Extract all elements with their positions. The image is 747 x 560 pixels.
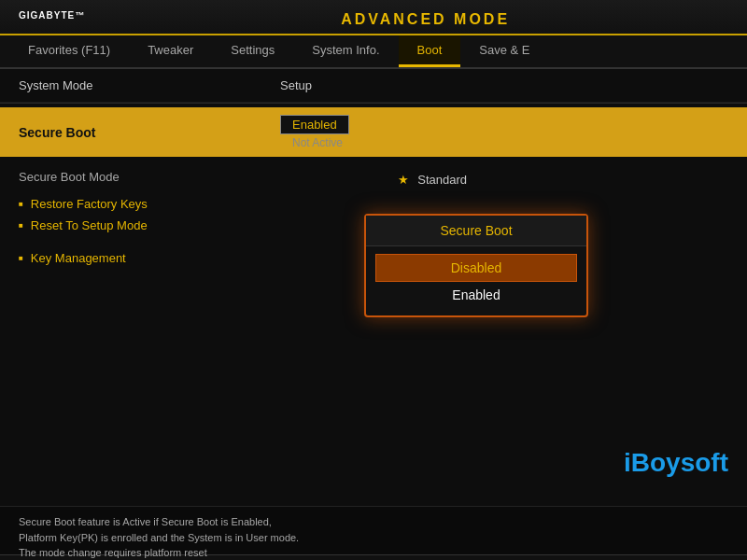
bullet-icon-2: ■ <box>19 221 23 230</box>
tab-tweaker[interactable]: Tweaker <box>129 35 212 67</box>
nav-tabs: Favorites (F11) Tweaker Settings System … <box>0 35 747 69</box>
restore-factory-keys-label: Restore Factory Keys <box>31 197 148 211</box>
info-bar: Secure Boot feature is Active if Secure … <box>0 506 747 554</box>
info-line-2: Platform Key(PK) is enrolled and the Sys… <box>19 530 728 546</box>
reset-to-setup-mode-label: Reset To Setup Mode <box>31 218 148 232</box>
info-line-1: Secure Boot feature is Active if Secure … <box>19 514 728 530</box>
top-bar: GIGABYTE™ ADVANCED MODE <box>0 0 747 35</box>
tab-save[interactable]: Save & E <box>460 35 548 67</box>
secure-boot-mode-area: ★ Standard <box>398 173 467 187</box>
secure-boot-value-area: Enabled Not Active <box>280 115 728 149</box>
bullet-icon-3: ■ <box>19 254 23 262</box>
mode-title: ADVANCED MODE <box>104 11 747 28</box>
logo: GIGABYTE™ <box>0 7 104 32</box>
system-mode-value: Setup <box>280 78 312 92</box>
tab-sysinfo[interactable]: System Info. <box>293 35 398 67</box>
restore-factory-keys-item[interactable]: ■ Restore Factory Keys <box>19 193 728 215</box>
system-mode-row: System Mode Setup <box>0 69 747 103</box>
main-content: System Mode Setup Secure Boot Enabled No… <box>0 69 747 506</box>
secure-boot-mode-label: Secure Boot Mode <box>19 170 120 184</box>
key-management-label: Key Management <box>31 251 126 265</box>
logo-tm: ™ <box>75 10 85 21</box>
main-panel: System Mode Setup Secure Boot Enabled No… <box>0 69 747 506</box>
star-icon: ★ <box>398 173 409 187</box>
system-mode-label: System Mode <box>19 78 280 92</box>
tab-boot[interactable]: Boot <box>399 35 461 67</box>
secure-boot-dropdown[interactable]: Secure Boot Disabled Enabled <box>364 214 588 317</box>
secure-boot-enabled-value: Enabled <box>280 115 349 134</box>
dropdown-title: Secure Boot <box>366 216 586 246</box>
secure-boot-mode-value: Standard <box>417 173 467 187</box>
dropdown-body: Disabled Enabled <box>366 246 586 315</box>
watermark-text: Boysoft <box>631 448 728 477</box>
tab-settings[interactable]: Settings <box>212 35 293 67</box>
secure-boot-not-active: Not Active <box>280 136 728 149</box>
bullet-icon-1: ■ <box>19 200 23 208</box>
dropdown-option-enabled[interactable]: Enabled <box>375 282 577 308</box>
dropdown-option-disabled[interactable]: Disabled <box>375 254 577 282</box>
secure-boot-row[interactable]: Secure Boot Enabled Not Active <box>0 107 747 157</box>
logo-text: GIGABYTE <box>19 10 75 21</box>
watermark-i: i <box>624 448 631 477</box>
tab-favorites[interactable]: Favorites (F11) <box>9 35 129 67</box>
secure-boot-label: Secure Boot <box>19 125 280 140</box>
secure-boot-mode-row: Secure Boot Mode ★ Standard <box>19 166 728 193</box>
watermark: iBoysoft <box>624 448 728 478</box>
